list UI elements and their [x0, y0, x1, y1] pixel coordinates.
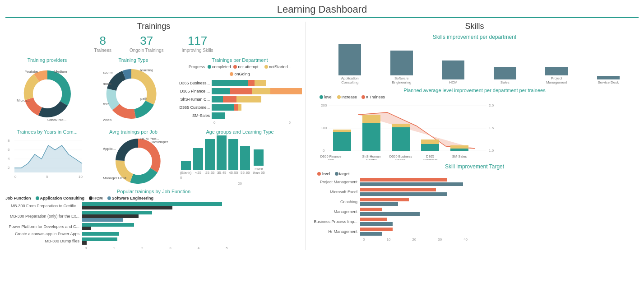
axis-5: 5	[289, 121, 291, 125]
pop-label-1: MB-300 Preparation (only) for the Ex...	[5, 214, 82, 219]
ongoing-label: onGoing	[234, 72, 250, 76]
pop-axis-5: 5	[226, 246, 227, 250]
legend-increase: Increase	[337, 95, 357, 99]
pop-bar-0-hcm	[82, 206, 172, 209]
avrg-donut: Developer Manager HCM Applic... HCM Prof…	[102, 136, 165, 186]
pop-axis-0: 0	[85, 246, 87, 250]
sections: Trainings 8 Trainees 37 Ongoin Trainings…	[5, 22, 639, 250]
providers-title: Training providers	[5, 57, 89, 63]
pop-bar-4-hcm	[82, 241, 87, 245]
target-axis-0: 0	[363, 237, 365, 242]
not-started-label: notStarted...	[269, 65, 291, 69]
target-target-label: target	[339, 172, 350, 176]
target-bars-2	[360, 198, 639, 206]
age-axis: 0	[178, 175, 302, 181]
providers-donut: Medium Youtube Micros... Other/Inte...	[16, 65, 79, 123]
dashboard: Learning Dashboard Trainings 8 Trainees …	[0, 0, 644, 254]
hcm-label: HCM	[93, 196, 103, 200]
title-divider	[5, 17, 639, 18]
target-row-label-1: Microsoft Excel	[310, 190, 360, 194]
kpi-skills-value: 117	[182, 34, 213, 48]
dept-label-2: ShS-Human C...	[178, 97, 212, 102]
seg	[212, 96, 223, 102]
dept-bars: D365 Business... D365 Finance ...	[178, 78, 302, 126]
pop-label-3: Create a canvas app in Power Apps	[5, 232, 82, 236]
middle-charts-row: Trainees by Years in Com... 8 6 4 2	[5, 129, 302, 186]
increase-label: Increase	[342, 95, 357, 99]
kpi-ongoing-label: Ongoin Trainings	[130, 48, 164, 53]
dept-label-1: D365 Finance ...	[178, 89, 212, 93]
target-bars-4	[360, 218, 639, 226]
svg-text:10: 10	[79, 175, 83, 179]
skills-bar-2	[442, 60, 464, 79]
app-consulting-label: Application Consulting	[40, 196, 85, 200]
planned-avg-svg: 200 100 0 2.0 1.5 1.0	[313, 101, 502, 160]
pop-bar-1-app	[82, 211, 152, 214]
svg-text:mooc: mooc	[103, 82, 112, 86]
seg	[255, 80, 266, 86]
sw-eng-label: Software Engineering	[112, 196, 154, 200]
sw-eng-dot	[107, 196, 111, 200]
skills-label-2: HCM	[440, 80, 467, 85]
pop-bar-1-sw	[82, 218, 123, 222]
planned-avg-title: Planned average level improvement per de…	[310, 88, 639, 93]
pop-row-2: Power Platform for Developers and C...	[5, 223, 302, 230]
increase-dot	[337, 95, 341, 99]
svg-text:6: 6	[8, 148, 10, 152]
svg-text:Applic...: Applic...	[103, 147, 116, 151]
target-legend-target: target	[335, 172, 350, 176]
seg	[212, 112, 225, 119]
age-label-4: 45-55	[229, 171, 238, 175]
dept-title: Trainings per Department	[178, 57, 302, 63]
completed-dot	[208, 65, 211, 69]
svg-point-5	[116, 79, 147, 109]
svg-text:Other/Inte...: Other/Inte...	[47, 118, 66, 122]
pop-bars-1	[82, 211, 302, 222]
svg-text:0: 0	[323, 149, 325, 153]
target-row-label-0: Project Management	[310, 180, 360, 184]
seg	[248, 80, 255, 86]
trainees-years-chart: Trainees by Years in Com... 8 6 4 2	[5, 129, 89, 186]
svg-text:video: video	[103, 118, 112, 122]
skills-dept-title: Skills improvement per department	[310, 34, 639, 40]
pop-label-0: MB-300 From Preparation to Certific...	[5, 204, 82, 208]
target-bars-1	[360, 188, 639, 196]
age-col-3: 35-45	[217, 135, 227, 175]
legend-sw-eng: Software Engineering	[107, 196, 154, 200]
svg-rect-41	[392, 127, 410, 151]
svg-rect-40	[362, 123, 380, 151]
axis-0: 0	[213, 121, 215, 125]
seg	[270, 88, 302, 94]
skills-col-3: Sales	[491, 67, 519, 85]
type-donut: learning path video text mooc scorm	[102, 65, 165, 123]
dept-axis: 0 5	[178, 121, 291, 125]
svg-text:0: 0	[14, 175, 17, 179]
pop-row-4: MB-300 Dump files	[5, 237, 302, 245]
kpi-skills-label: Improving Skills	[182, 48, 213, 53]
svg-text:SM-Sales: SM-Sales	[452, 154, 467, 158]
pop-row-1: MB-300 Preparation (only) for the Ex...	[5, 211, 302, 222]
skills-bar-3	[494, 67, 516, 79]
avrg-job-chart: Avrg trainings per Job Developer	[92, 129, 175, 186]
svg-text:5: 5	[46, 175, 48, 179]
popular-legend: Job Function Application Consulting HCM …	[5, 196, 302, 200]
svg-text:Central: Central	[395, 158, 407, 160]
target-target-5	[360, 232, 382, 236]
target-axis-20: 20	[412, 237, 416, 242]
not-attempt-label: not attempt...	[238, 65, 262, 69]
seg	[234, 104, 238, 111]
dept-legend: Progress completed not attempt... notSta…	[178, 65, 302, 76]
seg	[223, 96, 236, 102]
svg-point-24	[125, 148, 152, 175]
target-target-dot	[335, 172, 338, 176]
pop-row-3: Create a canvas app in Power Apps	[5, 232, 302, 236]
svg-text:2.0: 2.0	[489, 103, 494, 107]
target-bars-0	[360, 178, 639, 186]
planned-legend: level Increase # Trainees	[310, 95, 639, 99]
target-level-2	[360, 198, 409, 201]
type-title: Training Type	[92, 57, 175, 63]
skills-label-1: Software Engineering	[388, 76, 415, 85]
skills-dept-bars: Application Consulting Software Engineer…	[310, 42, 639, 85]
target-row-label-2: Coaching	[310, 200, 360, 204]
age-groups-title: Age groups and Learning Type	[178, 129, 302, 135]
